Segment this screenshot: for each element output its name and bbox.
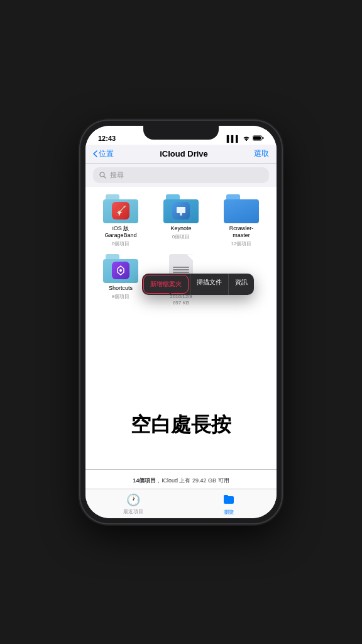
svg-rect-1	[263, 137, 264, 139]
folder-garageband-icon: 🎸	[103, 194, 138, 223]
nav-title: iCloud Drive	[160, 149, 208, 158]
folder-garageband-name: iOS 版GarageBand	[104, 225, 136, 239]
shortcuts-app-svg	[115, 265, 126, 276]
status-icons: ▌▌▌	[227, 135, 264, 142]
context-menu-arrow	[166, 289, 175, 294]
wifi-icon	[243, 135, 250, 142]
folder-rcrawler-name: Rcrawler-master	[229, 225, 254, 239]
notch	[143, 126, 219, 140]
folder-rcrawler-meta: 12個項目	[231, 241, 252, 247]
file-grid-row1: 🎸 iOS 版GarageBand 0個項目	[93, 194, 269, 247]
svg-rect-7	[180, 214, 182, 216]
folder-garageband[interactable]: 🎸 iOS 版GarageBand 0個項目	[93, 194, 148, 247]
svg-point-3	[100, 172, 104, 177]
folder-keynote-icon	[163, 194, 199, 223]
phone-frame: 12:43 ▌▌▌ 位置 iCloud Drive 選取	[80, 121, 282, 523]
tab-recent-label: 最近項目	[123, 508, 143, 515]
nav-bar: 位置 iCloud Drive 選取	[85, 145, 277, 164]
big-text-overlay: 空白處長按	[85, 411, 277, 439]
folder-keynote[interactable]: Keynote 0個項目	[153, 194, 209, 247]
battery-icon	[253, 135, 264, 142]
svg-line-4	[104, 177, 106, 179]
keynote-app-svg	[175, 205, 187, 216]
folder-keynote-name: Keynote	[170, 225, 191, 232]
folder-keynote-meta: 0個項目	[172, 234, 190, 240]
search-input[interactable]: 搜尋	[93, 167, 269, 183]
signal-icon: ▌▌▌	[227, 135, 240, 142]
search-icon	[99, 172, 106, 179]
svg-point-9	[119, 269, 122, 272]
folder-rcrawler[interactable]: Rcrawler-master 12個項目	[214, 194, 269, 247]
context-menu-scan-doc[interactable]: 掃描文件	[190, 274, 228, 295]
folder-rcrawler-icon	[224, 194, 259, 223]
nav-back-button[interactable]: 位置	[93, 148, 114, 159]
main-content: 🎸 iOS 版GarageBand 0個項目	[85, 187, 277, 469]
doc-line-3	[173, 272, 189, 273]
info-bar: 14個項目，iCloud 上有 29.42 GB 可用	[85, 469, 277, 489]
folder-shortcuts-name: Shortcuts	[109, 285, 133, 292]
folder-shortcuts-meta: 8個項目	[112, 294, 129, 300]
svg-rect-5	[177, 207, 185, 213]
tab-bar: 🕐 最近項目 瀏覽	[85, 489, 277, 518]
svg-rect-2	[253, 136, 261, 140]
file-transcript-meta: 2016/12/9697 KB	[170, 294, 192, 306]
context-menu-info[interactable]: 資訊	[228, 274, 254, 295]
phone-screen: 12:43 ▌▌▌ 位置 iCloud Drive 選取	[85, 126, 277, 518]
info-text: 14個項目，iCloud 上有 29.42 GB 可用	[133, 477, 229, 484]
folder-shortcuts-icon	[103, 254, 138, 283]
folder-garageband-meta: 0個項目	[112, 241, 129, 247]
status-time: 12:43	[98, 135, 116, 142]
tab-browse-icon	[223, 493, 234, 508]
tab-recent-icon: 🕐	[126, 493, 140, 507]
folder-shortcuts[interactable]: Shortcuts 8個項目	[93, 254, 148, 306]
doc-line-1	[173, 267, 189, 268]
tab-browse[interactable]: 瀏覽	[181, 489, 277, 518]
search-placeholder: 搜尋	[110, 170, 124, 180]
context-menu: 新增檔案夾 掃描文件 資訊	[142, 274, 254, 295]
nav-action-button[interactable]: 選取	[254, 148, 269, 159]
tab-browse-label: 瀏覽	[224, 509, 234, 516]
doc-line-2	[173, 269, 189, 270]
tab-recent[interactable]: 🕐 最近項目	[85, 489, 181, 518]
svg-rect-11	[224, 495, 228, 497]
search-bar: 搜尋	[85, 164, 277, 187]
